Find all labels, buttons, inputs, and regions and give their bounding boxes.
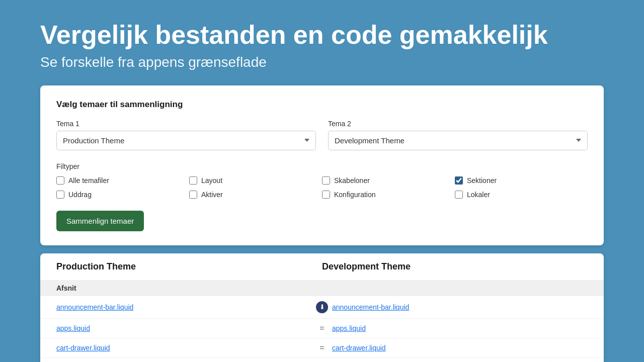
checkbox-sektioner-label: Sektioner [467,176,497,185]
checkbox-konfiguration-input[interactable] [322,191,330,199]
results-card: Production Theme Development Theme Afsni… [40,253,604,362]
tema1-selector: Tema 1 Production Theme Development Them… [56,120,316,150]
main-content: Vælg temaer til sammenligning Tema 1 Pro… [0,85,644,362]
file-link-2-left[interactable]: apps.liquid [56,324,312,332]
file-indicator-1: ⬇ [312,301,332,313]
checkbox-lokaler: Lokaler [455,191,588,199]
checkbox-aktiver: Aktiver [189,191,322,199]
file-link-2-right[interactable]: apps.liquid [332,324,588,332]
col2-title: Development Theme [322,261,588,272]
checkbox-alle: Alle temafiler [56,176,189,185]
card-title: Vælg temaer til sammenligning [56,100,588,110]
checkbox-layout-label: Layout [201,176,222,185]
section-label-row: Afsnit [40,280,604,296]
filter-label: Filtyper [56,162,588,170]
compare-button[interactable]: Sammenlign temaer [56,211,144,231]
file-row-3: cart-drawer.liquid = cart-drawer.liquid [40,338,604,358]
hero-title: Vergelijk bestanden en code gemakkelijk [40,20,604,50]
checkbox-skabeloner-input[interactable] [322,176,330,185]
checkbox-konfiguration: Konfiguration [322,191,455,199]
file-link-1-left[interactable]: announcement-bar.liquid [56,303,312,311]
diff-icon: ⬇ [316,301,328,313]
checkbox-lokaler-input[interactable] [455,191,463,199]
settings-card: Vælg temaer til sammenligning Tema 1 Pro… [40,85,604,245]
col1-title: Production Theme [56,261,322,272]
checkbox-alle-input[interactable] [56,176,64,185]
checkbox-skabeloner: Skabeloner [322,176,455,185]
file-indicator-3: = [312,343,332,352]
hero-subtitle: Se forskelle fra appens grænseflade [40,54,604,70]
tema2-label: Tema 2 [328,120,588,128]
file-link-3-right[interactable]: cart-drawer.liquid [332,344,588,352]
checkboxes-grid: Alle temafiler Layout Skabeloner Sektion… [56,176,588,199]
hero-section: Vergelijk bestanden en code gemakkelijk … [0,0,644,85]
checkbox-sektioner: Sektioner [455,176,588,185]
checkbox-uddrag: Uddrag [56,191,189,199]
checkbox-uddrag-label: Uddrag [68,191,92,199]
file-link-3-left[interactable]: cart-drawer.liquid [56,344,312,352]
tema2-selector: Tema 2 Production Theme Development Them… [328,120,588,150]
file-row-1: announcement-bar.liquid ⬇ announcement-b… [40,296,604,319]
file-row-4: cart-icon-bubble.liquid = cart-icon-bubb… [40,358,604,362]
checkbox-konfiguration-label: Konfiguration [334,191,376,199]
checkbox-aktiver-input[interactable] [189,191,197,199]
checkbox-layout: Layout [189,176,322,185]
checkbox-alle-label: Alle temafiler [68,176,109,185]
theme-selectors: Tema 1 Production Theme Development Them… [56,120,588,150]
checkbox-lokaler-label: Lokaler [467,191,490,199]
checkbox-aktiver-label: Aktiver [201,191,223,199]
checkbox-uddrag-input[interactable] [56,191,64,199]
tema2-select[interactable]: Production Theme Development Theme [328,131,588,150]
checkbox-sektioner-input[interactable] [455,176,463,185]
file-link-1-right[interactable]: announcement-bar.liquid [332,303,588,311]
tema1-label: Tema 1 [56,120,316,128]
results-header: Production Theme Development Theme [40,253,604,280]
filter-section: Filtyper Alle temafiler Layout Skabelone… [56,162,588,231]
file-indicator-2: = [312,324,332,333]
checkbox-layout-input[interactable] [189,176,197,185]
checkbox-skabeloner-label: Skabeloner [334,176,370,185]
results-wrapper: Production Theme Development Theme Afsni… [40,253,604,362]
file-row-2: apps.liquid = apps.liquid [40,319,604,338]
tema1-select[interactable]: Production Theme Development Theme [56,131,316,150]
